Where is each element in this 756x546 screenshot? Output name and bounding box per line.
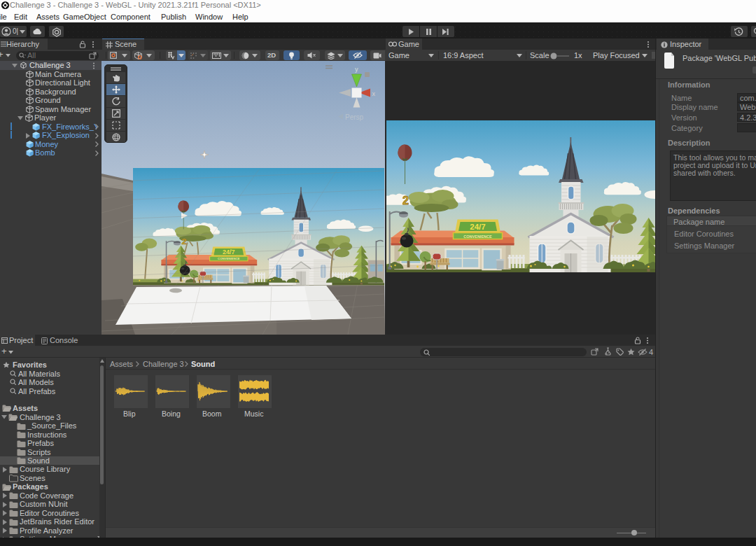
svg-text:x: x <box>372 90 376 97</box>
svg-text:Persp: Persp <box>345 113 364 121</box>
svg-text:y: y <box>355 66 358 73</box>
